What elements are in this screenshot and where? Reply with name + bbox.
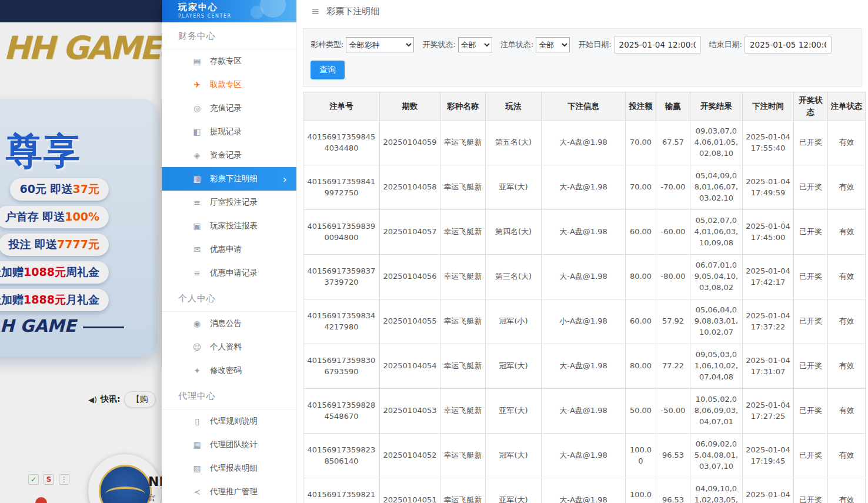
sidebar-item[interactable]: ☺ 个人资料 — [162, 335, 296, 359]
cell-draw-result: 10,05,02,08,06,09,03,04,07,01 — [690, 389, 743, 434]
table-row: 401569173598306793590 20250104054 幸运飞艇新 … — [303, 344, 866, 389]
cell-draw-status: 已开奖 — [794, 210, 828, 255]
cell-bet-no: 401569173598284548670 — [303, 389, 380, 434]
cell-win-loss: 77.22 — [656, 344, 690, 389]
sidebar-item[interactable]: ✉ 优惠申请 — [162, 238, 296, 261]
cell-draw-result: 06,07,01,09,05,04,10,03,08,02 — [690, 255, 743, 299]
sidebar-item[interactable]: ✈ 取款专区 — [162, 73, 296, 96]
cell-draw-result: 05,04,09,08,01,06,07,03,02,10 — [690, 165, 743, 210]
sidebar-item-label: 消息公告 — [210, 318, 242, 329]
lottery-type-label: 彩种类型: — [311, 39, 343, 50]
sidebar-item[interactable]: ▣ 玩家投注报表 — [162, 214, 296, 238]
sidebar-item[interactable]: ◎ 充值记录 — [162, 96, 296, 120]
sidebar-item-label: 代理报表明细 — [210, 463, 258, 474]
cell-period: 20250104054 — [380, 344, 440, 389]
sidebar-item[interactable]: ▦ 代理团队统计 — [162, 433, 296, 457]
search-button[interactable]: 查询 — [311, 61, 345, 79]
lottery-bet-details-icon: ▥ — [191, 174, 203, 184]
sidebar-item[interactable]: ▯ 代理规则说明 — [162, 409, 296, 433]
order-status-select[interactable]: 全部 — [536, 37, 570, 52]
cell-draw-status: 已开奖 — [794, 121, 828, 165]
content-topbar: ≡ 彩票下注明细 — [297, 0, 868, 22]
menu-icon[interactable]: ≡ — [311, 5, 319, 17]
cell-draw-result: 06,09,02,05,04,08,01,03,07,10 — [690, 434, 743, 478]
cell-lottery-name: 幸运飞艇新 — [440, 210, 486, 255]
draw-status-select[interactable]: 全部 — [458, 37, 492, 52]
sidebar-item[interactable]: ◧ 提现记录 — [162, 120, 296, 144]
table-row: 401569173598373739720 20250104056 幸运飞艇新 … — [303, 255, 866, 299]
cell-bet-info: 大-A盘@1.98 — [542, 389, 626, 434]
sidebar-item[interactable]: ◉ 消息公告 — [162, 312, 296, 335]
start-date-input[interactable] — [614, 36, 701, 54]
sidebar-item[interactable]: ▤ 存款专区 — [162, 49, 296, 73]
withdrawal-records-icon: ◧ — [191, 127, 203, 136]
table-row: 401569173598454034480 20250104059 幸运飞艇新 … — [303, 121, 866, 165]
cell-draw-result: 04,09,10,01,02,03,05,07,06,08 — [690, 478, 743, 503]
cell-play: 冠军(大) — [486, 344, 542, 389]
column-header: 注单号 — [303, 92, 380, 121]
agent-promotion-icon: ≺ — [191, 487, 203, 497]
sidebar-section-items: ▯ 代理规则说明 ▦ 代理团队统计 ▨ 代理报表明细 ≺ 代理推广管理 — [162, 409, 296, 503]
cell-lottery-name: 幸运飞艇新 — [440, 344, 486, 389]
sidebar-item-label: 资金记录 — [210, 150, 242, 161]
cell-period: 20250104051 — [380, 478, 440, 503]
cell-lottery-name: 幸运飞艇新 — [440, 299, 486, 344]
cell-win-loss: 67.57 — [656, 121, 690, 165]
sidebar-item[interactable]: ◈ 资金记录 — [162, 144, 296, 167]
change-password-icon: ✦ — [191, 366, 203, 375]
agent-rules-icon: ▯ — [191, 417, 203, 426]
cell-amount: 100.00 — [626, 434, 656, 478]
cell-amount: 70.00 — [626, 121, 656, 165]
cell-bet-info: 大-A盘@1.98 — [542, 121, 626, 165]
sidebar-item[interactable]: ✦ 修改密码 — [162, 359, 296, 382]
sidebar-item[interactable]: ≺ 代理推广管理 — [162, 480, 296, 503]
sidebar-item-label: 修改密码 — [210, 365, 242, 376]
sidebar-body: 财务中心 ▤ 存款专区 ✈ 取款专区 ◎ 充值记录 ◧ 提现记录 ◈ 资金记录 … — [162, 31, 296, 503]
lottery-type-select[interactable]: 全部彩种 — [346, 37, 414, 52]
sidebar-section: 财务中心 ▤ 存款专区 ✈ 取款专区 ◎ 充值记录 ◧ 提现记录 ◈ 资金记录 … — [162, 31, 296, 285]
sidebar-item[interactable]: ≡ 厅室投注记录 — [162, 191, 296, 214]
cell-bet-time: 2025-01-04 17:55:40 — [743, 121, 794, 165]
main-content: ≡ 彩票下注明细 彩种类型: 全部彩种 开奖状态: 全部 注单状态: 全部 — [297, 0, 868, 503]
background-page: HH GAME 尊享 60元 即送37元 户首存 即送100% 投注 即送777… — [0, 0, 162, 503]
cell-order-status: 有效 — [828, 165, 866, 210]
cell-draw-status: 已开奖 — [794, 478, 828, 503]
cell-lottery-name: 幸运飞艇新 — [440, 165, 486, 210]
cell-lottery-name: 幸运飞艇新 — [440, 478, 486, 503]
column-header: 开奖结果 — [690, 92, 743, 121]
cell-bet-no: 401569173598344217980 — [303, 299, 380, 344]
cell-draw-status: 已开奖 — [794, 344, 828, 389]
column-header: 输赢 — [656, 92, 690, 121]
cell-order-status: 有效 — [828, 255, 866, 299]
cell-bet-time: 2025-01-04 17:27:25 — [743, 389, 794, 434]
sidebar-item[interactable]: ▥ 彩票下注明细 — [162, 167, 296, 191]
cell-order-status: 有效 — [828, 389, 866, 434]
sidebar-item[interactable]: ≡ 优惠申请记录 — [162, 261, 296, 285]
cell-bet-no: 401569173598238506140 — [303, 434, 380, 478]
cell-bet-no: 401569173598390094800 — [303, 210, 380, 255]
cell-win-loss: 96.53 — [656, 434, 690, 478]
cell-play: 第三名(大) — [486, 255, 542, 299]
sidebar-item-label: 个人资料 — [210, 342, 242, 352]
sidebar-item[interactable]: ▨ 代理报表明细 — [162, 457, 296, 480]
cell-play: 亚军(大) — [486, 389, 542, 434]
table-row: 401569173598213878790 20250104051 幸运飞艇新 … — [303, 478, 866, 503]
filter-bar: 彩种类型: 全部彩种 开奖状态: 全部 注单状态: 全部 开始日期: 结束日期: — [303, 28, 862, 87]
start-date-label: 开始日期: — [578, 39, 611, 50]
cell-period: 20250104053 — [380, 389, 440, 434]
cell-amount: 80.00 — [626, 344, 656, 389]
withdraw-icon: ✈ — [191, 80, 203, 89]
end-date-input[interactable] — [745, 36, 832, 54]
cell-play: 冠军(小) — [486, 299, 542, 344]
sidebar-section-title: 财务中心 — [162, 31, 296, 49]
sidebar-item-label: 代理规则说明 — [210, 416, 258, 427]
cell-bet-time: 2025-01-04 17:37:22 — [743, 299, 794, 344]
cell-draw-status: 已开奖 — [794, 434, 828, 478]
modal-dim-overlay — [0, 0, 162, 503]
cell-order-status: 有效 — [828, 434, 866, 478]
sidebar-item-label: 充值记录 — [210, 103, 242, 114]
sidebar-header: 玩家中心 PLAYERS CENTER — [162, 0, 296, 22]
cell-amount: 70.00 — [626, 165, 656, 210]
cell-win-loss: 57.92 — [656, 299, 690, 344]
sidebar-item-label: 取款专区 — [210, 79, 242, 90]
